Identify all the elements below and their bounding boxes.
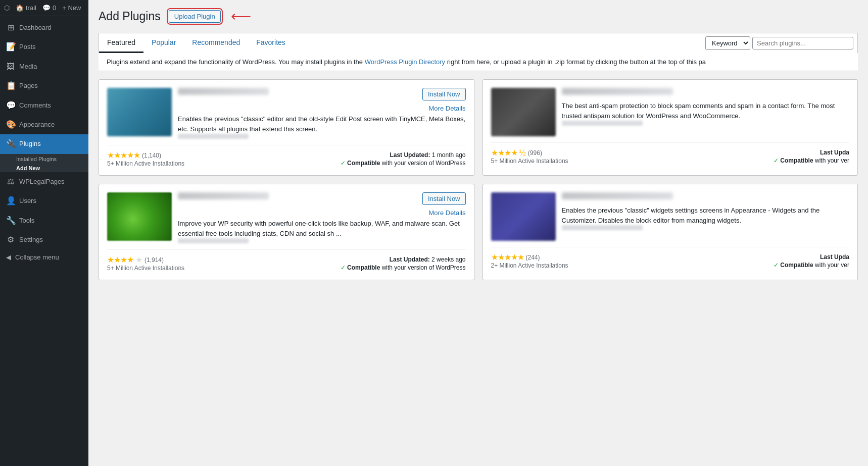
plugin-card-3: Install Now More Details Improve your WP… [99,184,474,280]
plugin-3-install-button[interactable]: Install Now [422,192,466,205]
search-input[interactable] [752,37,853,49]
plugin-2-last-updated: Last Upda [820,149,849,156]
plugin-3-more-details-link[interactable]: More Details [429,209,466,217]
sidebar-item-posts[interactable]: 📝 Posts [0,37,88,57]
plugin-2-footer: ★★★★½ (996) 5+ Million Active Installati… [491,142,850,165]
plugin-3-rating-section: ★★★★★ (1,914) 5+ Million Active Installa… [107,255,184,272]
plugin-1-more-details-link[interactable]: More Details [429,105,466,112]
tab-favorites[interactable]: Favorites [248,33,294,53]
site-name-item[interactable]: 🏠 trail [16,4,36,12]
tab-featured[interactable]: Featured [99,33,143,53]
plugin-1-rating: ★★★★★ (1,140) [107,150,184,160]
new-item[interactable]: + New [62,4,81,12]
plugin-3-last-updated: Last Updated: 2 weeks ago [390,256,466,263]
comments-icon: 💬 [42,4,51,12]
sidebar-item-users[interactable]: 👤 Users [0,191,88,211]
plugin-2-compatible: ✓ Compatible with your ver [774,157,849,164]
info-text-after: right from here, or upload a plugin in .… [445,58,706,66]
sidebar-item-label: Dashboard [19,23,52,32]
plugin-1-rating-section: ★★★★★ (1,140) 5+ Million Active Installa… [107,150,184,167]
plugin-2-rating: ★★★★½ (996) [491,148,568,158]
wp-plugin-directory-link[interactable]: WordPress Plugin Directory [365,58,445,66]
wp-logo-item[interactable]: ⬡ [4,4,10,12]
media-icon: 🖼 [6,61,15,72]
content-area: Add Plugins Upload Plugin ⟵ Featured Pop… [88,0,868,466]
page-header: Add Plugins Upload Plugin ⟵ [99,8,858,25]
arrow-indicator: ⟵ [231,8,251,25]
sidebar-item-label: Posts [19,42,36,51]
sidebar-item-comments[interactable]: 💬 Comments [0,96,88,115]
appearance-icon: 🎨 [6,119,15,130]
plugin-1-info: Install Now More Details Enables the pre… [178,88,466,139]
plugin-3-installations: 5+ Million Active Installations [107,265,184,272]
sidebar-item-label: Appearance [19,120,55,129]
sidebar-item-wplegal[interactable]: ⚖ WPLegalPages [0,172,88,191]
sidebar-item-appearance[interactable]: 🎨 Appearance [0,115,88,134]
plugin-2-stars: ★★★★ [491,148,517,158]
comments-item[interactable]: 💬 0 [42,4,56,12]
sidebar-item-tools[interactable]: 🔧 Tools [0,211,88,230]
admin-topbar: ⬡ 🏠 trail 💬 0 + New [0,0,88,16]
sidebar-item-media[interactable]: 🖼 Media [0,57,88,76]
wp-logo-icon: ⬡ [4,4,10,12]
sidebar-item-label: Users [19,196,36,205]
plugin-4-thumbnail [491,192,556,241]
plugin-2-name [562,88,673,95]
sidebar-item-label: Pages [19,81,38,90]
users-icon: 👤 [6,195,15,206]
plugin-4-compatible: ✓ Compatible with your ver [774,262,849,269]
tab-popular[interactable]: Popular [143,33,184,53]
plugin-1-description: Enables the previous "classic" editor an… [178,114,466,134]
settings-icon: ⚙ [6,234,15,245]
plugin-2-meta-bar [562,121,643,126]
plugin-1-stars: ★★★★★ [107,150,140,160]
plugin-1-footer: ★★★★★ (1,140) 5+ Million Active Installa… [107,145,466,167]
sidebar-item-pages[interactable]: 📋 Pages [0,76,88,95]
collapse-menu[interactable]: ◀ Collapse menu [0,249,88,265]
plugin-3-footer-right: Last Updated: 2 weeks ago ✓ Compatible w… [341,256,466,271]
comments-count: 0 [53,4,56,12]
plugin-2-footer-right: Last Upda ✓ Compatible with your ver [774,149,849,164]
plugin-card-4-top: Enables the previous "classic" widgets s… [491,192,850,241]
plugin-3-thumbnail [107,192,172,241]
plugin-4-description: Enables the previous "classic" widgets s… [562,205,850,225]
plugin-3-stars: ★★★★ [107,255,133,265]
sidebar-item-label: Media [19,62,37,71]
upload-plugin-button[interactable]: Upload Plugin [169,10,221,23]
sidebar-item-dashboard[interactable]: ⊞ Dashboard [0,18,88,37]
collapse-label: Collapse menu [15,253,59,261]
new-label: + New [62,4,81,12]
sidebar-submenu-installed[interactable]: Installed Plugins [0,154,88,163]
plugin-1-name [178,88,269,95]
tabs-bar: Featured Popular Recommended Favorites K… [99,33,858,53]
plugin-3-meta-bar [178,238,249,243]
plugin-4-meta-bar [562,225,643,230]
sidebar-item-settings[interactable]: ⚙ Settings [0,230,88,249]
plugin-1-last-updated: Last Updated: 1 month ago [390,151,465,159]
sidebar-item-label: Comments [19,101,51,110]
home-icon: 🏠 [16,4,24,12]
sidebar-menu: ⊞ Dashboard 📝 Posts 🖼 Media 📋 Pages 💬 Co… [0,16,88,466]
plugin-3-rating: ★★★★★ (1,914) [107,255,184,265]
plugin-1-compatible: ✓ Compatible with your version of WordPr… [341,160,466,167]
plugin-2-description: The best anti-spam protection to block s… [562,101,850,121]
sidebar-submenu-addnew[interactable]: Add New [0,163,88,172]
sidebar: ⬡ 🏠 trail 💬 0 + New ⊞ Dashboard 📝 Posts … [0,0,88,466]
plugin-card-1: Install Now More Details Enables the pre… [99,79,474,176]
search-filter-select[interactable]: Keyword [705,36,750,50]
plugin-3-description: Improve your WP security with powerful o… [178,219,466,238]
plugin-4-rating-count: (244) [526,254,540,261]
plugin-2-installations: 5+ Million Active Installations [491,158,568,165]
plugin-grid: Install Now More Details Enables the pre… [99,71,858,288]
tab-recommended[interactable]: Recommended [184,33,248,53]
search-area: Keyword [701,33,857,53]
plugin-card-2: The best anti-spam protection to block s… [483,79,858,176]
pages-icon: 📋 [6,80,15,91]
plugins-submenu: Installed Plugins Add New [0,154,88,172]
plugin-1-install-button[interactable]: Install Now [422,88,466,100]
sidebar-item-plugins[interactable]: 🔌 Plugins [0,134,88,153]
plugin-2-rating-section: ★★★★½ (996) 5+ Million Active Installati… [491,148,568,165]
plugin-card-3-top: Install Now More Details Improve your WP… [107,192,466,243]
plugin-4-rating-section: ★★★★★ (244) 2+ Million Active Installati… [491,252,568,269]
sidebar-item-label: Plugins [19,139,41,148]
